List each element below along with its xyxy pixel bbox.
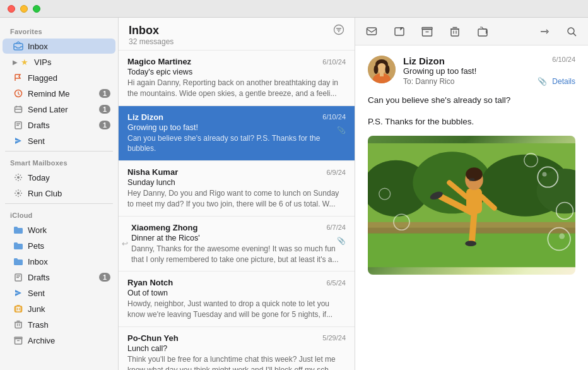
email-preview-nisha: Hey Danny, Do you and Rigo want to come … [127,188,346,210]
close-button[interactable] [8,5,15,13]
attachment-icon-liz: 📎 [337,126,346,134]
send-later-icon [13,104,24,115]
svg-point-49 [465,241,476,246]
sidebar-drafts-label: Drafts [28,121,99,130]
junk-icon [13,303,24,314]
svg-rect-8 [15,323,21,328]
svg-rect-12 [367,28,377,35]
email-subject-pochun: Lunch call? [127,344,346,353]
svg-point-22 [374,65,379,74]
drafts-icon [13,119,24,131]
inbox-icon [13,40,24,52]
email-detail-header: Liz Dizon 6/10/24 Growing up too fast! T… [368,56,575,86]
sidebar-item-archive[interactable]: Archive [3,333,115,348]
email-list-header: Inbox 32 messages [119,18,355,51]
email-subject-liz: Growing up too fast! [127,123,346,132]
filter-icon[interactable] [333,24,344,38]
email-preview-magico: Hi again Danny, Reporting back on anothe… [127,78,346,99]
sidebar-item-pets[interactable]: Pets [3,238,115,253]
email-sender-xiaomeng: Xiaomeng Zhong [131,223,197,232]
icloud-sent-icon [13,287,24,299]
email-detail-toolbar [355,18,588,45]
sidebar-item-drafts[interactable]: Drafts 1 [3,117,115,133]
reply-toolbar-button[interactable] [363,23,380,40]
sidebar-item-today[interactable]: Today [3,170,115,185]
icloud-inbox-folder-icon [13,256,24,267]
email-item-xiaomeng[interactable]: ↩ Xiaomeng Zhong 6/7/24 Dinner at the Ri… [119,217,355,272]
archive-icon [13,335,24,346]
email-detail-content: Liz Dizon 6/10/24 Growing up too fast! T… [355,45,588,370]
svg-rect-14 [423,29,432,36]
detail-date: 6/10/24 [552,56,575,63]
svg-point-23 [385,65,390,74]
svg-rect-25 [380,73,384,76]
divider-1 [5,151,113,152]
email-list-title: Inbox [129,24,173,37]
sent-icon [13,135,24,146]
fullscreen-button[interactable] [33,5,40,13]
email-body-line2: P.S. Thanks for the bubbles. [368,115,575,129]
sidebar-item-sent[interactable]: Sent [3,133,115,148]
email-sender-nisha: Nisha Kumar [127,167,178,177]
archive-toolbar-button[interactable] [418,23,436,40]
email-item-ryan[interactable]: Ryan Notch 6/5/24 Out of town Howdy, nei… [119,272,355,327]
star-icon: ★ [19,56,30,68]
sidebar-work-label: Work [28,225,110,235]
email-subject-xiaomeng: Dinner at the Ricos' [131,234,346,242]
sidebar-junk-label: Junk [28,304,110,314]
sidebar: Favorites Inbox ▶ ★ VIPs Flagged [0,18,119,370]
svg-rect-15 [422,27,432,29]
search-toolbar-button[interactable] [563,23,580,40]
sidebar-item-trash[interactable]: Trash [3,317,115,332]
sidebar-item-vips[interactable]: ▶ ★ VIPs [3,54,115,69]
divider-2 [5,203,113,204]
sidebar-item-junk[interactable]: Junk [3,301,115,316]
delete-toolbar-button[interactable] [446,23,464,40]
drafts-badge: 1 [99,121,110,129]
sidebar-item-work[interactable]: Work [3,222,115,237]
trash-icon [13,319,24,330]
detail-subject: Growing up too fast! [403,66,575,76]
email-subject-magico: Today's epic views [127,68,346,76]
sidebar-item-run-club[interactable]: Run Club [3,186,115,201]
sidebar-item-inbox[interactable]: Inbox [3,39,115,54]
smart-mailboxes-section-label: Smart Mailboxes [0,154,118,169]
sidebar-item-send-later[interactable]: Send Later 1 [3,102,115,117]
sidebar-item-icloud-drafts[interactable]: Drafts 1 [3,270,115,285]
email-detail-meta: Liz Dizon 6/10/24 Growing up too fast! T… [403,56,575,86]
sidebar-icloud-inbox-label: Inbox [28,257,110,266]
sidebar-item-icloud-inbox[interactable]: Inbox [3,254,115,269]
email-body-line1: Can you believe she's already so tall? [368,93,575,107]
sidebar-item-remind-me[interactable]: Remind Me 1 [3,86,115,101]
compose-toolbar-button[interactable] [391,23,408,40]
today-gear-icon [13,172,24,183]
email-item-liz[interactable]: Liz Dizon 6/10/24 Growing up too fast! C… [119,106,355,162]
remind-icon [13,88,24,99]
sidebar-item-flagged[interactable]: Flagged [3,70,115,85]
email-item-pochun[interactable]: Po-Chun Yeh 5/29/24 Lunch call? Think yo… [119,327,355,370]
svg-rect-16 [451,29,459,36]
sidebar-remind-label: Remind Me [28,89,99,98]
minimize-button[interactable] [20,5,28,13]
sender-avatar [368,56,396,83]
sidebar-runclub-label: Run Club [28,189,110,198]
detail-attachment-icon: 📎 [538,77,547,86]
sendlater-badge: 1 [99,105,110,114]
email-sender-magico: Magico Martinez [127,57,191,66]
move-toolbar-button[interactable] [474,23,491,40]
more-toolbar-button[interactable] [535,23,553,40]
sidebar-vips-label: VIPs [34,57,110,67]
detail-to: To: Danny Rico [403,77,454,86]
svg-point-5 [17,192,20,194]
sidebar-item-icloud-sent[interactable]: Sent [3,285,115,301]
email-item-magico[interactable]: Magico Martinez 6/10/24 Today's epic vie… [119,51,355,106]
sidebar-inbox-label: Inbox [28,42,110,51]
email-photo [368,136,575,275]
email-sender-pochun: Po-Chun Yeh [127,333,179,343]
details-link[interactable]: Details [552,77,575,86]
pets-folder-icon [13,240,24,251]
sidebar-icloud-drafts-label: Drafts [28,273,99,282]
email-date-ryan: 6/5/24 [326,279,346,287]
sidebar-flagged-label: Flagged [28,73,110,83]
email-item-nisha[interactable]: Nisha Kumar 6/9/24 Sunday lunch Hey Dann… [119,161,355,217]
